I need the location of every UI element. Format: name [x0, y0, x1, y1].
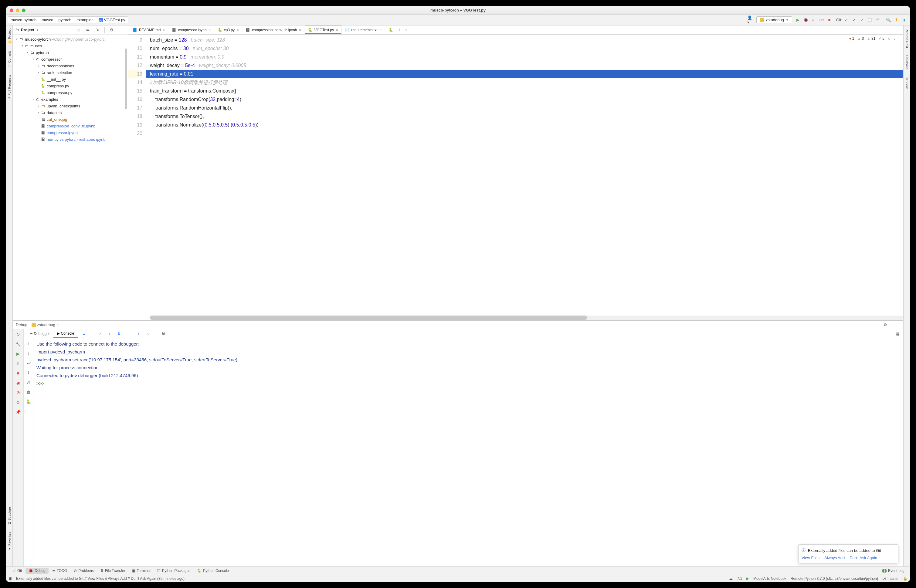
layout-settings-button[interactable]: ▦ [894, 330, 901, 337]
console-output[interactable]: Use the following code to connect to the… [33, 338, 903, 567]
step-out-button[interactable]: ↑ [135, 330, 142, 337]
python-interpreter[interactable]: Remote Python 3.7.0 (sft…a3/envs/musco/b… [791, 577, 878, 581]
tool-tab-commit[interactable]: ○Commit [7, 51, 12, 68]
close-tab-button[interactable]: × [299, 27, 301, 32]
profile-button[interactable]: ⊙▾ [818, 17, 825, 23]
debugger-tab[interactable]: ≣ Debugger [26, 330, 53, 338]
code-with-me-button[interactable]: ◗ [901, 17, 908, 23]
tree-item[interactable]: 📓compressor.ipynb [13, 129, 128, 136]
tool-tab-pull-requests[interactable]: ⇄Pull Requests [6, 74, 12, 100]
debug-config-tab[interactable]: zstudebug × [32, 323, 59, 327]
close-tab-button[interactable]: × [405, 27, 408, 32]
tree-item[interactable]: ▸🗀rank_selection [13, 69, 128, 76]
git-commit-button[interactable]: ✔ [851, 17, 858, 23]
scroll-up-button[interactable]: ↑ [25, 340, 32, 347]
editor-horizontal-scrollbar[interactable] [150, 315, 903, 320]
notification-action-always[interactable]: Always Add [824, 556, 845, 560]
tree-item[interactable]: ▸🗀decompositions [13, 63, 128, 69]
notification-action-dont-ask[interactable]: Don't Ask Again [850, 556, 877, 560]
breadcrumb-item[interactable]: examples [74, 16, 96, 23]
debug-button[interactable]: 🐞 [803, 17, 809, 23]
close-window-button[interactable] [10, 8, 13, 12]
weak-warning-count[interactable]: ▲31 [867, 36, 876, 40]
git-rollback-button[interactable]: ↶ [874, 17, 881, 23]
tool-tab-todo[interactable]: ≣TODO [49, 568, 70, 574]
tree-item[interactable]: ▾🗀examples [13, 96, 128, 103]
evaluate-expression-button[interactable]: 🖩 [160, 330, 167, 337]
console-tab[interactable]: ▶ Console [53, 330, 78, 338]
close-tab-button[interactable]: × [379, 27, 382, 32]
breadcrumb-item[interactable]: musco [39, 16, 56, 23]
tree-item[interactable]: 🖼cat_one.jpg [13, 116, 128, 123]
tree-item[interactable]: ▾🗀compressor [13, 56, 128, 63]
hide-panel-button[interactable]: — [118, 27, 125, 33]
editor-tab[interactable]: 📄requirements.txt× [341, 26, 385, 34]
tree-item[interactable]: ▸🗀datasets [13, 109, 128, 116]
tool-tab-terminal[interactable]: ▣Terminal [129, 568, 154, 574]
tool-tab-git[interactable]: ⎇Git [8, 568, 25, 574]
chevron-down-icon[interactable]: ▼ [36, 29, 39, 32]
debug-more-button[interactable]: ⚙ [15, 399, 21, 405]
stop-button[interactable]: ■ [826, 17, 833, 23]
tree-item[interactable]: ▸🗀.ipynb_checkpoints [13, 103, 128, 109]
breadcrumb-item[interactable]: py VGGTest.py [96, 16, 128, 23]
prev-highlight-button[interactable]: ∧ [887, 36, 890, 40]
tree-item[interactable]: 🐍compress.py [13, 82, 128, 89]
resume-button[interactable]: ▶ [15, 351, 21, 357]
git-update-button[interactable]: ↙ [843, 17, 850, 23]
tool-tab-debug[interactable]: 🐞Debug [26, 568, 48, 574]
breadcrumb-item[interactable]: musco-pytorch [8, 16, 39, 23]
user-icon[interactable]: 👤▾ [747, 17, 754, 23]
tool-windows-button[interactable]: ▣ [8, 577, 12, 581]
notification-action-view[interactable]: View Files [801, 556, 819, 560]
maximize-window-button[interactable] [22, 8, 26, 12]
clear-all-button[interactable]: 🗑 [25, 389, 32, 395]
debug-settings-button[interactable]: ⚙ [882, 321, 888, 328]
git-history-button[interactable]: 🕘 [866, 17, 873, 23]
soft-wrap-button[interactable]: ⮐ [25, 360, 32, 366]
tree-scrollbar[interactable] [125, 48, 127, 109]
tree-item[interactable]: ▾🗀pytorch [13, 49, 128, 56]
tree-item[interactable]: ▾🗀musco [13, 42, 128, 49]
tree-item[interactable]: 📓numpy vs pytorch reshapes ipynb [13, 136, 128, 142]
tool-tab-project[interactable]: 📁Project [6, 28, 12, 45]
pin-tab-button[interactable]: 📌 [15, 409, 21, 415]
close-tab-button[interactable]: × [336, 27, 338, 32]
scroll-to-end-button[interactable]: ⤓ [25, 369, 32, 376]
new-console-button[interactable]: 🐍 [25, 398, 32, 405]
breadcrumb-item[interactable]: pytorch [56, 16, 74, 23]
tool-tab-python-packages[interactable]: ❒Python Packages [154, 568, 193, 574]
rerun-button[interactable]: ↻ [15, 331, 21, 338]
editor-tab[interactable]: 🐍cp3.py× [214, 26, 243, 34]
close-tab-button[interactable]: × [162, 27, 165, 32]
locate-file-button[interactable]: ⊕ [74, 27, 81, 33]
tool-tab-favorites[interactable]: ★Favorites [6, 531, 12, 551]
tool-tab-python-console[interactable]: 🐍Python Console [194, 568, 232, 574]
expand-all-button[interactable]: ⇆ [84, 27, 91, 33]
tool-tab-problems[interactable]: ⊖Problems [71, 568, 97, 574]
next-highlight-button[interactable]: ∨ [893, 36, 896, 40]
tool-tab-sciview[interactable]: SciView [905, 76, 910, 89]
git-push-button[interactable]: ↗ [859, 17, 865, 23]
tree-item[interactable]: ▾🗀musco-pytorch ~/Coding/Python/musco-py… [13, 36, 128, 42]
tool-tab-remote-host[interactable]: Remote Host [905, 28, 910, 48]
tree-item[interactable]: 📓compression_conv_fc.ipynb [13, 123, 128, 129]
project-tree[interactable]: ▾🗀musco-pytorch ~/Coding/Python/musco-py… [13, 35, 128, 320]
mute-breakpoints-button[interactable]: ⊘ [15, 389, 21, 396]
pause-button[interactable]: ⏸ [15, 360, 21, 367]
editor-tab[interactable]: 📓compressor.ipynb× [168, 26, 214, 34]
tool-tab-file-transfer[interactable]: ⇅File Transfer [97, 568, 128, 574]
step-over-button[interactable]: ⤻ [96, 330, 103, 337]
tree-item[interactable]: 🐍__init__.py [13, 76, 128, 82]
notebook-status[interactable]: ModelArts Notebook [753, 577, 787, 581]
status-message[interactable]: Externally added files can be added to G… [16, 577, 184, 581]
close-tab-button[interactable]: × [209, 27, 211, 32]
editor-tab[interactable]: 🐍__i…× [385, 26, 411, 34]
code-editor[interactable]: ●1 ▲3 ▲31 ✔5 ∧ ∨ 91011121314151617181920… [128, 35, 903, 315]
typo-count[interactable]: ✔5 [878, 36, 884, 40]
tree-item[interactable]: 🐍compressor.py [13, 89, 128, 96]
collapse-all-button[interactable]: ⇲ [94, 27, 101, 33]
error-count[interactable]: ●1 [849, 36, 855, 40]
minimize-window-button[interactable] [16, 8, 19, 12]
code-content[interactable]: batch_size = 128 batch_size: 128num_epoc… [146, 35, 903, 315]
